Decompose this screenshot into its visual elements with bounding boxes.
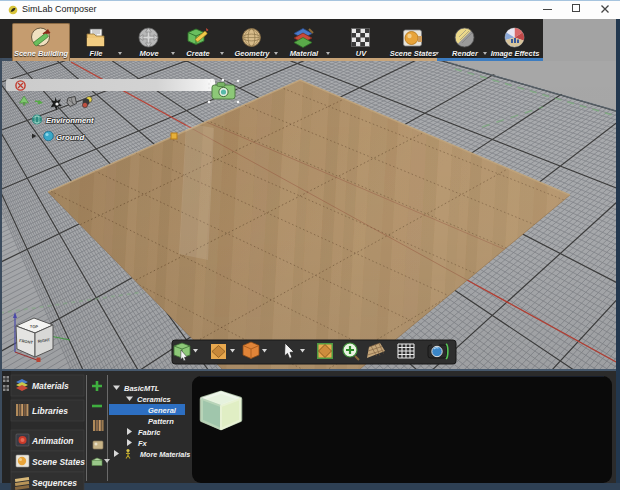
svg-text:Fabric: Fabric <box>138 428 161 437</box>
svg-text:General: General <box>148 406 177 415</box>
svg-text:Libraries: Libraries <box>32 406 68 416</box>
svg-text:Environment: Environment <box>46 116 94 125</box>
svg-text:Scene States: Scene States <box>32 457 85 467</box>
svg-text:Pattern: Pattern <box>148 417 174 426</box>
svg-text:TOP: TOP <box>30 324 39 330</box>
svg-text:BasicMTL: BasicMTL <box>124 384 160 393</box>
svg-text:Ground: Ground <box>56 133 84 142</box>
svg-text:Materials: Materials <box>32 381 69 391</box>
svg-text:Fx: Fx <box>138 439 148 448</box>
svg-text:Sequences: Sequences <box>32 478 77 488</box>
svg-text:Ceramics: Ceramics <box>137 395 171 404</box>
svg-text:More Materials: More Materials <box>140 450 190 459</box>
svg-text:Animation: Animation <box>31 436 74 446</box>
